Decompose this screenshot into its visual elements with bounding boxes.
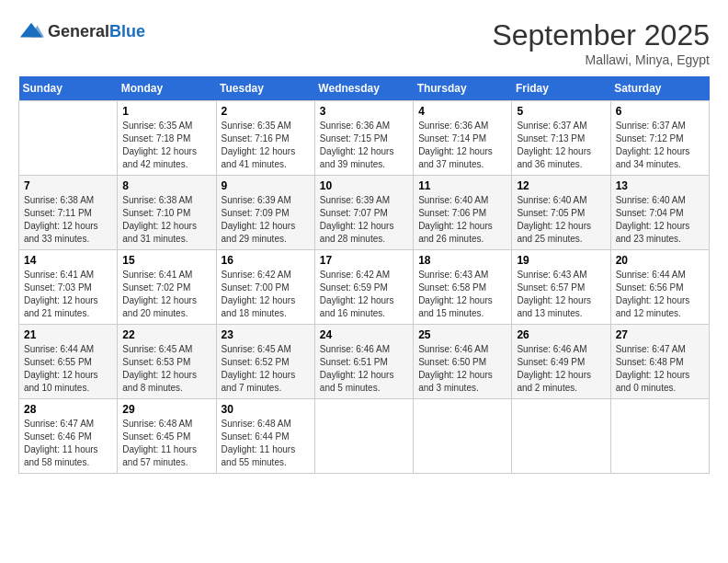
- day-number: 23: [222, 328, 310, 341]
- day-number: 1: [122, 105, 210, 118]
- day-info: Sunrise: 6:39 AMSunset: 7:07 PMDaylight:…: [320, 194, 408, 246]
- calendar-cell: [512, 399, 610, 474]
- calendar-cell: 13Sunrise: 6:40 AMSunset: 7:04 PMDayligh…: [610, 176, 709, 250]
- day-info: Sunrise: 6:36 AMSunset: 7:15 PMDaylight:…: [320, 120, 408, 171]
- calendar-cell: 25Sunrise: 6:46 AMSunset: 6:50 PMDayligh…: [414, 325, 512, 399]
- calendar-cell: 26Sunrise: 6:46 AMSunset: 6:49 PMDayligh…: [512, 325, 610, 399]
- calendar-cell: 10Sunrise: 6:39 AMSunset: 7:07 PMDayligh…: [314, 176, 413, 250]
- day-info: Sunrise: 6:46 AMSunset: 6:50 PMDaylight:…: [418, 343, 506, 395]
- logo-icon: [18, 18, 44, 44]
- day-info: Sunrise: 6:37 AMSunset: 7:13 PMDaylight:…: [517, 120, 605, 171]
- day-number: 4: [418, 105, 506, 118]
- calendar-cell: 3Sunrise: 6:36 AMSunset: 7:15 PMDaylight…: [314, 101, 413, 176]
- day-info: Sunrise: 6:47 AMSunset: 6:46 PMDaylight:…: [24, 418, 112, 469]
- day-info: Sunrise: 6:46 AMSunset: 6:49 PMDaylight:…: [517, 343, 605, 395]
- calendar-cell: [19, 101, 118, 176]
- calendar-cell: [314, 399, 413, 474]
- day-info: Sunrise: 6:43 AMSunset: 6:57 PMDaylight:…: [517, 269, 605, 320]
- day-number: 15: [122, 254, 210, 267]
- day-number: 20: [616, 254, 704, 267]
- calendar-week-3: 14Sunrise: 6:41 AMSunset: 7:03 PMDayligh…: [19, 250, 710, 325]
- logo-text-blue: Blue: [109, 22, 145, 40]
- day-number: 22: [122, 328, 210, 341]
- day-number: 12: [517, 179, 605, 192]
- day-info: Sunrise: 6:36 AMSunset: 7:14 PMDaylight:…: [418, 120, 506, 171]
- calendar-week-5: 28Sunrise: 6:47 AMSunset: 6:46 PMDayligh…: [19, 399, 710, 474]
- page-header: GeneralBlue September 2025 Mallawi, Miny…: [18, 18, 710, 67]
- day-header-thursday: Thursday: [414, 76, 512, 101]
- month-title: September 2025: [492, 18, 710, 52]
- calendar-cell: 8Sunrise: 6:38 AMSunset: 7:10 PMDaylight…: [118, 176, 216, 250]
- calendar-header-row: SundayMondayTuesdayWednesdayThursdayFrid…: [19, 76, 710, 101]
- day-info: Sunrise: 6:40 AMSunset: 7:04 PMDaylight:…: [616, 194, 704, 246]
- day-info: Sunrise: 6:40 AMSunset: 7:06 PMDaylight:…: [418, 194, 506, 246]
- calendar-cell: 23Sunrise: 6:45 AMSunset: 6:52 PMDayligh…: [216, 325, 314, 399]
- day-info: Sunrise: 6:37 AMSunset: 7:12 PMDaylight:…: [616, 120, 704, 171]
- calendar-cell: 19Sunrise: 6:43 AMSunset: 6:57 PMDayligh…: [512, 250, 610, 325]
- day-header-monday: Monday: [118, 76, 216, 101]
- logo: GeneralBlue: [18, 18, 145, 44]
- calendar-cell: 11Sunrise: 6:40 AMSunset: 7:06 PMDayligh…: [414, 176, 512, 250]
- calendar-cell: 14Sunrise: 6:41 AMSunset: 7:03 PMDayligh…: [19, 250, 118, 325]
- calendar-cell: 2Sunrise: 6:35 AMSunset: 7:16 PMDaylight…: [216, 101, 314, 176]
- day-number: 25: [418, 328, 506, 341]
- calendar-cell: 29Sunrise: 6:48 AMSunset: 6:45 PMDayligh…: [118, 399, 216, 474]
- calendar-cell: 16Sunrise: 6:42 AMSunset: 7:00 PMDayligh…: [216, 250, 314, 325]
- calendar-cell: 28Sunrise: 6:47 AMSunset: 6:46 PMDayligh…: [19, 399, 118, 474]
- day-info: Sunrise: 6:35 AMSunset: 7:16 PMDaylight:…: [222, 120, 310, 171]
- day-info: Sunrise: 6:45 AMSunset: 6:52 PMDaylight:…: [222, 343, 310, 395]
- day-number: 9: [222, 179, 310, 192]
- day-header-tuesday: Tuesday: [216, 76, 314, 101]
- calendar-week-1: 1Sunrise: 6:35 AMSunset: 7:18 PMDaylight…: [19, 101, 710, 176]
- calendar-cell: 21Sunrise: 6:44 AMSunset: 6:55 PMDayligh…: [19, 325, 118, 399]
- day-number: 28: [24, 403, 112, 416]
- day-number: 24: [320, 328, 408, 341]
- day-number: 8: [122, 179, 210, 192]
- day-number: 27: [616, 328, 704, 341]
- day-info: Sunrise: 6:47 AMSunset: 6:48 PMDaylight:…: [616, 343, 704, 395]
- day-info: Sunrise: 6:38 AMSunset: 7:10 PMDaylight:…: [122, 194, 210, 246]
- day-number: 13: [616, 179, 704, 192]
- day-number: 21: [24, 328, 112, 341]
- day-number: 18: [418, 254, 506, 267]
- day-info: Sunrise: 6:48 AMSunset: 6:44 PMDaylight:…: [222, 418, 310, 469]
- calendar-cell: 5Sunrise: 6:37 AMSunset: 7:13 PMDaylight…: [512, 101, 610, 176]
- day-info: Sunrise: 6:44 AMSunset: 6:55 PMDaylight:…: [24, 343, 112, 395]
- day-number: 19: [517, 254, 605, 267]
- day-info: Sunrise: 6:48 AMSunset: 6:45 PMDaylight:…: [122, 418, 210, 469]
- day-number: 29: [122, 403, 210, 416]
- calendar-cell: 27Sunrise: 6:47 AMSunset: 6:48 PMDayligh…: [610, 325, 709, 399]
- calendar-cell: 18Sunrise: 6:43 AMSunset: 6:58 PMDayligh…: [414, 250, 512, 325]
- day-number: 26: [517, 328, 605, 341]
- calendar-cell: [610, 399, 709, 474]
- calendar-cell: 6Sunrise: 6:37 AMSunset: 7:12 PMDaylight…: [610, 101, 709, 176]
- day-header-friday: Friday: [512, 76, 610, 101]
- calendar-cell: 20Sunrise: 6:44 AMSunset: 6:56 PMDayligh…: [610, 250, 709, 325]
- day-info: Sunrise: 6:42 AMSunset: 6:59 PMDaylight:…: [320, 269, 408, 320]
- day-number: 30: [222, 403, 310, 416]
- calendar-cell: 12Sunrise: 6:40 AMSunset: 7:05 PMDayligh…: [512, 176, 610, 250]
- day-info: Sunrise: 6:41 AMSunset: 7:02 PMDaylight:…: [122, 269, 210, 320]
- calendar-cell: 4Sunrise: 6:36 AMSunset: 7:14 PMDaylight…: [414, 101, 512, 176]
- calendar-week-4: 21Sunrise: 6:44 AMSunset: 6:55 PMDayligh…: [19, 325, 710, 399]
- day-info: Sunrise: 6:46 AMSunset: 6:51 PMDaylight:…: [320, 343, 408, 395]
- title-section: September 2025 Mallawi, Minya, Egypt: [492, 18, 710, 67]
- day-number: 3: [320, 105, 408, 118]
- logo-text-general: General: [48, 22, 109, 40]
- day-info: Sunrise: 6:39 AMSunset: 7:09 PMDaylight:…: [222, 194, 310, 246]
- calendar-cell: [414, 399, 512, 474]
- calendar-cell: 22Sunrise: 6:45 AMSunset: 6:53 PMDayligh…: [118, 325, 216, 399]
- day-number: 11: [418, 179, 506, 192]
- day-info: Sunrise: 6:44 AMSunset: 6:56 PMDaylight:…: [616, 269, 704, 320]
- day-info: Sunrise: 6:45 AMSunset: 6:53 PMDaylight:…: [122, 343, 210, 395]
- location-title: Mallawi, Minya, Egypt: [492, 52, 710, 67]
- day-number: 5: [517, 105, 605, 118]
- calendar-cell: 7Sunrise: 6:38 AMSunset: 7:11 PMDaylight…: [19, 176, 118, 250]
- day-header-sunday: Sunday: [19, 76, 118, 101]
- calendar-table: SundayMondayTuesdayWednesdayThursdayFrid…: [18, 76, 710, 474]
- day-header-wednesday: Wednesday: [314, 76, 413, 101]
- day-info: Sunrise: 6:43 AMSunset: 6:58 PMDaylight:…: [418, 269, 506, 320]
- calendar-cell: 30Sunrise: 6:48 AMSunset: 6:44 PMDayligh…: [216, 399, 314, 474]
- day-number: 17: [320, 254, 408, 267]
- calendar-week-2: 7Sunrise: 6:38 AMSunset: 7:11 PMDaylight…: [19, 176, 710, 250]
